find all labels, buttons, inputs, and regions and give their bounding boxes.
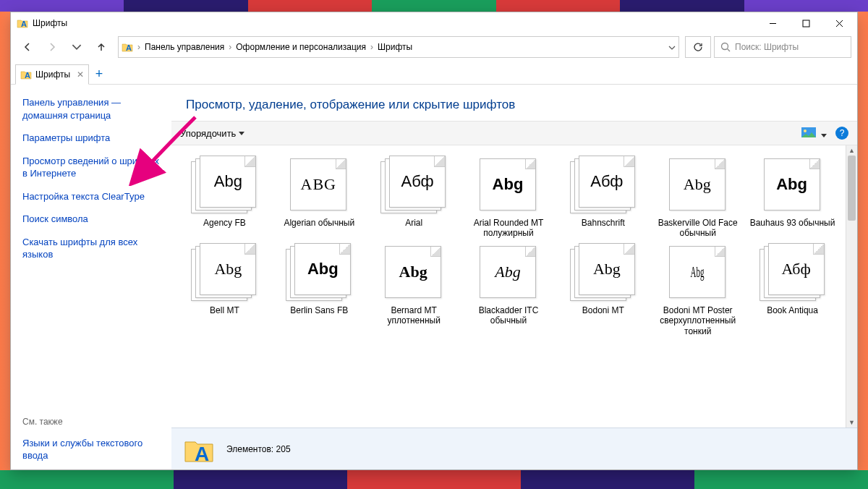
window-title: Шрифты <box>33 18 67 28</box>
font-label: Blackadder ITC обычный <box>465 305 552 326</box>
search-box[interactable]: Поиск: Шрифты <box>714 36 851 58</box>
svg-point-6 <box>722 43 728 50</box>
font-item[interactable]: AbgAgency FB <box>179 156 271 239</box>
font-sample: Абф <box>579 156 634 207</box>
see-also-label: См. также <box>22 417 164 427</box>
font-item[interactable]: AbgBodoni MT Poster сверхуплотненный тон… <box>652 243 744 336</box>
breadcrumb-sep: › <box>370 42 373 52</box>
refresh-button[interactable] <box>685 36 711 58</box>
scroll-down-icon[interactable]: ▼ <box>846 417 857 428</box>
fonts-folder-icon: A <box>17 17 28 29</box>
font-label: Bahnschrift <box>582 218 625 228</box>
font-sample: Abg <box>200 244 255 294</box>
font-item[interactable]: AbgBernard MT уплотненный <box>368 243 460 336</box>
font-label: Agency FB <box>203 218 246 228</box>
font-grid: AbgAgency FBABGAlgerian обычныйАбфArialA… <box>171 145 846 428</box>
main-panel: Просмотр, удаление, отображение или скры… <box>171 85 857 469</box>
search-placeholder: Поиск: Шрифты <box>735 42 799 52</box>
font-item[interactable]: AbgBerlin Sans FB <box>273 243 365 336</box>
fonts-folder-icon: A <box>183 433 215 465</box>
font-sample: Abg <box>480 247 535 297</box>
status-count: Элементов: 205 <box>226 444 291 454</box>
new-tab-button[interactable]: + <box>89 64 109 84</box>
tab-close-icon[interactable]: ✕ <box>77 69 84 80</box>
font-label: Bell MT <box>210 305 239 315</box>
search-icon <box>720 42 731 52</box>
font-sample: Абф <box>769 244 824 294</box>
font-item[interactable]: AbgBaskerville Old Face обычный <box>652 156 744 239</box>
fonts-folder-icon: A <box>20 69 32 80</box>
close-button[interactable] <box>822 12 856 34</box>
font-item[interactable]: AbgBauhaus 93 обычный <box>746 156 838 239</box>
back-button[interactable] <box>17 37 38 57</box>
svg-point-10 <box>804 129 807 132</box>
sidebar-link[interactable]: Параметры шрифта <box>22 132 164 145</box>
font-sample: Abg <box>386 247 441 297</box>
font-label: Bodoni MT Poster сверхуплотненный тонкий <box>655 305 741 336</box>
font-item[interactable]: AbgBodoni MT <box>557 243 649 336</box>
sidebar-link[interactable]: Поиск символа <box>22 213 164 226</box>
breadcrumb-seg[interactable]: Оформление и персонализация <box>236 42 366 52</box>
font-item[interactable]: АбфBook Antiqua <box>746 243 838 336</box>
svg-text:A: A <box>21 20 27 28</box>
font-sample: Abg <box>480 159 535 210</box>
font-sample: Abg <box>765 159 820 210</box>
svg-line-7 <box>728 49 731 52</box>
scroll-up-icon[interactable]: ▲ <box>846 145 857 156</box>
recent-dropdown[interactable] <box>66 37 88 57</box>
tab-label: Шрифты <box>35 69 70 80</box>
breadcrumb-seg[interactable]: Панель управления <box>145 42 224 52</box>
font-item[interactable]: AbgBell MT <box>179 243 271 336</box>
sidebar-home-link[interactable]: Панель управления — домашняя страница <box>22 96 164 122</box>
tab-bar: A Шрифты ✕ + <box>11 60 857 85</box>
scrollbar[interactable]: ▲ ▼ <box>846 145 857 428</box>
font-sample: Abg <box>200 156 255 207</box>
svg-text:A: A <box>195 443 209 465</box>
scroll-thumb[interactable] <box>848 156 856 221</box>
breadcrumb-seg[interactable]: Шрифты <box>378 42 412 52</box>
sidebar-link[interactable]: Скачать шрифты для всех языков <box>22 236 164 261</box>
titlebar: A Шрифты <box>11 12 857 34</box>
svg-rect-2 <box>803 20 809 27</box>
font-label: Arial Rounded MT полужирный <box>465 218 552 239</box>
up-button[interactable] <box>90 37 112 57</box>
address-bar[interactable]: A › Панель управления › Оформление и пер… <box>118 36 679 58</box>
font-sample: Abg <box>295 244 350 294</box>
font-item[interactable]: ABGAlgerian обычный <box>273 156 365 239</box>
organize-button[interactable]: Упорядочить <box>180 128 244 139</box>
font-label: Arial <box>405 218 422 228</box>
page-headline: Просмотр, удаление, отображение или скры… <box>171 85 857 121</box>
chevron-down-icon <box>821 134 827 137</box>
address-dropdown[interactable] <box>668 42 676 52</box>
font-label: Baskerville Old Face обычный <box>655 218 741 239</box>
font-label: Bauhaus 93 обычный <box>750 218 835 228</box>
window: A Шрифты A › Панель управления › Оформле… <box>10 12 858 470</box>
forward-button[interactable] <box>41 37 63 57</box>
font-item[interactable]: АбфArial <box>368 156 460 239</box>
font-sample: Abg <box>579 244 634 294</box>
tab-fonts[interactable]: A Шрифты ✕ <box>15 64 89 85</box>
svg-text:A: A <box>126 43 132 52</box>
help-button[interactable]: ? <box>835 127 848 140</box>
minimize-button[interactable] <box>756 12 789 34</box>
font-label: Berlin Sans FB <box>290 305 348 315</box>
font-item[interactable]: AbgBlackadder ITC обычный <box>463 243 555 336</box>
font-label: Bodoni MT <box>582 305 624 315</box>
font-sample: Abg <box>684 247 711 297</box>
font-label: Book Antiqua <box>767 305 818 315</box>
status-bar: A Элементов: 205 <box>171 428 857 469</box>
sidebar-also-link[interactable]: Языки и службы текстового ввода <box>22 437 164 462</box>
toolbar: Упорядочить ? <box>171 121 857 145</box>
font-item[interactable]: АбфBahnschrift <box>557 156 649 239</box>
breadcrumb-sep: › <box>137 42 140 52</box>
font-sample: Абф <box>390 156 445 207</box>
font-item[interactable]: AbgArial Rounded MT полужирный <box>463 156 555 239</box>
chevron-down-icon <box>239 132 244 135</box>
maximize-button[interactable] <box>789 12 822 34</box>
view-options-button[interactable] <box>801 127 827 140</box>
breadcrumb-sep: › <box>229 42 231 52</box>
nav-bar: A › Панель управления › Оформление и пер… <box>11 34 857 60</box>
sidebar-link[interactable]: Настройка текста ClearType <box>22 190 164 203</box>
svg-text:A: A <box>25 71 30 80</box>
sidebar-link[interactable]: Просмотр сведений о шрифтах в Интернете <box>22 155 164 180</box>
